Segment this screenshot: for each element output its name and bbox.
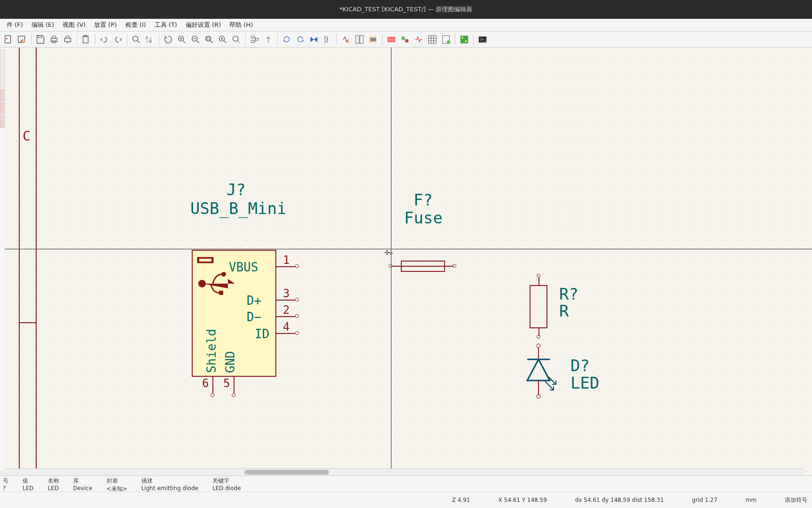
footprint-editor-button[interactable]	[367, 33, 380, 46]
paste-button[interactable]	[79, 33, 93, 46]
rotate-cw-button[interactable]	[294, 33, 307, 46]
left-toolbar	[0, 48, 5, 471]
usb-value[interactable]: USB_B_Mini	[190, 199, 287, 218]
svg-point-49	[221, 272, 226, 277]
crosshair-horizontal	[5, 249, 812, 249]
menu-preferences[interactable]: 偏好设置 (R)	[182, 20, 225, 30]
usb-pin6-end	[211, 393, 214, 397]
assign-footprints-button[interactable]	[426, 33, 439, 46]
zoom-out-button[interactable]	[189, 33, 202, 46]
svg-point-21	[233, 36, 238, 41]
info-col-description: 描述 Light emitting diode	[141, 477, 198, 492]
save-button[interactable]	[34, 33, 47, 46]
svg-rect-24	[256, 38, 258, 40]
open-schematic-button[interactable]	[16, 33, 29, 46]
fuse-value[interactable]: Fuse	[404, 208, 443, 227]
led-ref[interactable]: D?	[570, 356, 590, 375]
usb-pin-vbus: VBUS	[229, 260, 258, 274]
find-button[interactable]	[130, 33, 143, 46]
svg-rect-8	[65, 38, 71, 41]
plot-button[interactable]	[61, 33, 74, 46]
svg-point-43	[465, 40, 467, 42]
menu-help[interactable]: 帮助 (H)	[226, 20, 257, 30]
menu-tools[interactable]: 工具 (T)	[151, 20, 181, 30]
usb-pin5-end	[232, 393, 235, 397]
refresh-button[interactable]	[162, 33, 175, 46]
svg-rect-26	[360, 35, 363, 43]
resistor-value[interactable]: R	[559, 302, 569, 320]
svg-point-36	[402, 36, 405, 40]
scrollbar-thumb[interactable]	[244, 470, 329, 475]
svg-point-1	[6, 38, 8, 39]
led-symbol[interactable]	[522, 343, 564, 413]
erc-button[interactable]	[398, 33, 412, 46]
menu-file[interactable]: 件 (F)	[3, 20, 27, 30]
browse-symbols-button[interactable]	[353, 33, 366, 46]
zoom-selection-button[interactable]	[230, 33, 243, 46]
pcb-editor-button[interactable]	[458, 33, 471, 46]
undo-button[interactable]	[98, 33, 111, 46]
info-col-library: 库 Device	[73, 477, 93, 492]
zoom-fit-button[interactable]	[203, 33, 216, 46]
rotate-ccw-button[interactable]	[280, 33, 293, 46]
hierarchy-button[interactable]	[248, 33, 261, 46]
main-toolbar: AB R42 >_	[0, 32, 812, 48]
menu-view[interactable]: 视图 (V)	[59, 20, 89, 30]
resistor-body[interactable]	[530, 285, 547, 328]
status-bar: Z 4.91 X 54.61 Y 148.59 dx 54.61 dy 148.…	[0, 492, 812, 508]
usb-pin2-num: 2	[283, 303, 289, 317]
svg-rect-25	[356, 35, 359, 43]
fuse-pin1-end	[389, 264, 392, 268]
mirror-v-button[interactable]	[307, 33, 320, 46]
schematic-canvas[interactable]: C ✢▹ J? USB_B_Mini VBUS 1 D+ 3 D− 2 ID 4…	[5, 48, 812, 475]
status-unit[interactable]: mm	[746, 497, 757, 503]
find-replace-button[interactable]: AB	[143, 33, 156, 46]
resistor-ref[interactable]: R?	[559, 285, 578, 303]
left-tool-2[interactable]	[0, 63, 5, 75]
symbol-editor-button[interactable]	[339, 33, 352, 46]
horizontal-scrollbar[interactable]	[5, 468, 804, 475]
info-col-keywords: 关键字 LED diode	[212, 477, 241, 492]
menubar: 件 (F) 编辑 (E) 视图 (V) 放置 (P) 检查 (I) 工具 (T)…	[0, 19, 812, 32]
svg-rect-29	[372, 36, 374, 38]
usb-ref[interactable]: J?	[226, 180, 246, 199]
svg-point-40	[447, 40, 450, 43]
zoom-objects-button[interactable]	[216, 33, 229, 46]
leave-sheet-button[interactable]	[262, 33, 275, 46]
left-tool-6[interactable]	[0, 115, 5, 127]
redo-button[interactable]	[111, 33, 125, 46]
led-value[interactable]: LED	[570, 373, 599, 392]
sheet-border-outer	[19, 48, 20, 475]
fuse-ref[interactable]: F?	[414, 190, 433, 209]
fuse-through-line	[401, 266, 445, 267]
sheet-row-label: C	[23, 128, 31, 144]
left-tool-4[interactable]	[0, 89, 5, 101]
print-button[interactable]	[47, 33, 61, 46]
window-title: *KICAD_TEST [KICAD_TEST/] — 原理图编辑器	[340, 5, 473, 14]
svg-point-56	[537, 395, 540, 398]
menu-edit[interactable]: 编辑 (E)	[28, 20, 58, 30]
svg-point-12	[133, 36, 138, 41]
left-tool-1[interactable]	[0, 49, 5, 62]
mirror-h-button[interactable]	[321, 33, 334, 46]
status-zoom: Z 4.91	[452, 497, 470, 503]
svg-point-17	[206, 36, 211, 41]
annotate-button[interactable]: R42	[385, 33, 398, 46]
left-tool-3[interactable]	[0, 76, 5, 88]
usb-pin2-end	[295, 314, 299, 318]
left-tool-5[interactable]	[0, 102, 5, 114]
svg-rect-22	[251, 36, 254, 38]
status-grid[interactable]: grid 1.27	[692, 497, 718, 503]
svg-text:>_: >_	[480, 36, 486, 41]
zoom-in-button[interactable]	[175, 33, 188, 46]
usb-pin5-num: 5	[223, 377, 230, 390]
new-schematic-button[interactable]	[2, 33, 15, 46]
menu-inspect[interactable]: 检查 (I)	[122, 20, 150, 30]
simulator-button[interactable]	[412, 33, 425, 46]
info-col-value: 值 LED	[23, 477, 34, 492]
usb-pin5-line	[234, 377, 234, 393]
bom-button[interactable]	[439, 33, 453, 46]
svg-point-42	[462, 37, 464, 39]
scripting-console-button[interactable]: >_	[476, 33, 489, 46]
menu-place[interactable]: 放置 (P)	[90, 20, 120, 30]
